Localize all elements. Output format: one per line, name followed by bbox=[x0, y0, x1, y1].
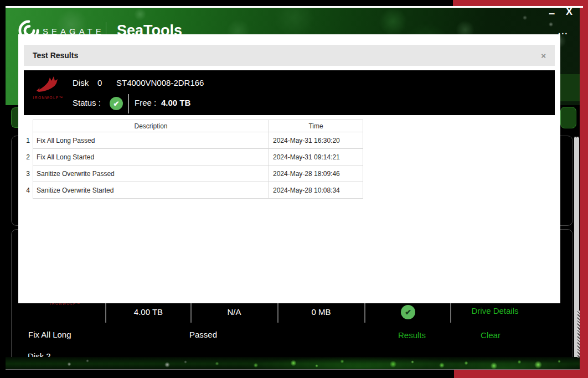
window-close-button[interactable]: X bbox=[566, 6, 572, 18]
window-top-border bbox=[6, 6, 583, 8]
disk-number: 0 bbox=[97, 78, 102, 87]
free-value: 4.00 TB bbox=[161, 98, 190, 107]
last-test-status: Passed bbox=[189, 330, 217, 339]
disk-label: Disk bbox=[73, 78, 89, 87]
row-number: 3 bbox=[25, 165, 33, 182]
table-row: 3 Sanitize Overwrite Passed 2024-May-28 … bbox=[25, 165, 363, 182]
description-header: Description bbox=[33, 120, 269, 132]
row-number: 4 bbox=[25, 182, 33, 199]
scrollbar-dither bbox=[577, 310, 580, 358]
table-row: 2 Fix All Long Started 2024-May-31 09:14… bbox=[25, 149, 363, 165]
clear-link[interactable]: Clear bbox=[452, 330, 529, 340]
dialog-header: Test Results × bbox=[24, 45, 555, 66]
ironwolf-caption: IRONWOLF™ bbox=[32, 96, 64, 100]
status-free-divider bbox=[128, 94, 129, 113]
tab-button-right-edge[interactable] bbox=[560, 107, 576, 128]
row-number-header bbox=[25, 120, 33, 132]
window-minimize-button[interactable]: – bbox=[549, 7, 555, 19]
window-bottom-border bbox=[6, 369, 580, 370]
dialog-close-icon[interactable]: × bbox=[541, 51, 546, 60]
desktop-background-top bbox=[453, 0, 588, 6]
status-check-icon: ✔ bbox=[110, 97, 123, 110]
row-description: Sanitize Overwrite Passed bbox=[33, 165, 269, 182]
row-description: Sanitize Overwrite Started bbox=[33, 182, 269, 199]
desktop-background-bottom bbox=[454, 370, 588, 378]
table-row: 4 Sanitize Overwrite Started 2024-May-28… bbox=[25, 182, 363, 199]
column-divider bbox=[364, 302, 365, 323]
results-link[interactable]: Results bbox=[373, 330, 451, 340]
status-label: Status : bbox=[73, 98, 101, 107]
last-test-name: Fix All Long bbox=[28, 330, 71, 339]
row-time: 2024-May-28 18:09:46 bbox=[269, 165, 363, 182]
column-divider bbox=[277, 302, 278, 323]
column-divider bbox=[105, 302, 106, 323]
row-number: 2 bbox=[25, 149, 33, 165]
disk-model: ST4000VN008-2DR166 bbox=[116, 78, 204, 87]
table-header-row: Description Time bbox=[25, 120, 363, 132]
row-number: 1 bbox=[25, 132, 33, 149]
results-table: Description Time 1 Fix All Long Passed 2… bbox=[25, 120, 363, 199]
table-row: 1 Fix All Long Passed 2024-May-31 16:30:… bbox=[25, 132, 363, 149]
time-header: Time bbox=[269, 120, 363, 132]
row-time: 2024-May-31 16:30:20 bbox=[269, 132, 363, 149]
drive-details-link[interactable]: Drive Details bbox=[456, 306, 534, 315]
ironwolf-wolf-icon bbox=[34, 74, 62, 93]
desktop-background-right bbox=[580, 0, 588, 378]
drive-capacity-value: 4.00 TB bbox=[110, 307, 187, 317]
row-time: 2024-May-28 10:08:34 bbox=[269, 182, 363, 199]
row-description: Fix All Long Passed bbox=[33, 132, 269, 149]
dialog-title: Test Results bbox=[33, 51, 78, 60]
column-divider bbox=[190, 302, 192, 323]
tab-button-left-edge[interactable] bbox=[11, 107, 19, 128]
drive-status-check-icon: ✔ bbox=[401, 305, 415, 319]
test-results-dialog: Test Results × IRONWOLF™ Disk 0 ST4000VN… bbox=[18, 34, 560, 303]
ironwolf-logo: IRONWOLF™ bbox=[32, 74, 64, 100]
free-label: Free : bbox=[135, 98, 156, 107]
row-description: Fix All Long Started bbox=[33, 149, 269, 165]
bottom-bokeh-strip bbox=[6, 357, 580, 369]
row-time: 2024-May-31 09:14:21 bbox=[269, 149, 363, 165]
column-divider bbox=[450, 302, 451, 323]
drive-info-bar: IRONWOLF™ Disk 0 ST4000VN008-2DR166 Stat… bbox=[24, 70, 555, 115]
nav-bar-edge bbox=[560, 74, 580, 101]
drive-health-value: N/A bbox=[195, 307, 273, 317]
drive-cache-value: 0 MB bbox=[282, 307, 360, 317]
